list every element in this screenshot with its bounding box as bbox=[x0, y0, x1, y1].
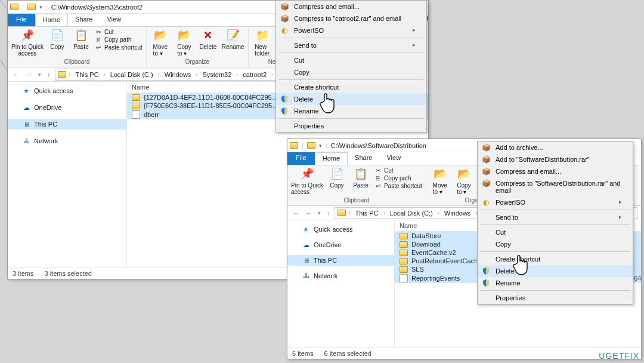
folder-icon bbox=[290, 142, 298, 149]
tab-share[interactable]: Share bbox=[68, 14, 100, 26]
col-name[interactable]: Name bbox=[127, 82, 276, 93]
nav-recent[interactable]: ▾ bbox=[316, 210, 323, 216]
nav-back[interactable]: ← bbox=[11, 71, 21, 78]
network-icon: 🖧 bbox=[302, 272, 310, 280]
ctx-create-shortcut[interactable]: Create shortcut bbox=[478, 253, 633, 265]
nav-fwd[interactable]: → bbox=[24, 71, 34, 78]
move-to-button[interactable]: 📂Move to ▾ bbox=[430, 167, 450, 195]
cloud-icon: ☁ bbox=[302, 241, 310, 249]
poweriso-icon: ◐ bbox=[280, 26, 289, 35]
ctx-cut[interactable]: Cut bbox=[478, 226, 633, 238]
status-selected: 3 items selected bbox=[44, 270, 91, 277]
nav-this-pc[interactable]: 🖥This PC bbox=[287, 255, 394, 266]
file-icon bbox=[400, 274, 408, 282]
ctx-compress-email[interactable]: 📦Compress and email... bbox=[478, 165, 633, 177]
tab-home[interactable]: Home bbox=[315, 152, 348, 165]
nav-pane: ★Quick access ☁OneDrive 🖥This PC 🖧Networ… bbox=[287, 220, 395, 347]
group-organize-label: Organize bbox=[150, 59, 244, 66]
ctx-send-to[interactable]: Send to▸ bbox=[478, 211, 633, 223]
tab-file[interactable]: File bbox=[287, 152, 315, 165]
copy-path-icon: ⎘ bbox=[374, 174, 382, 182]
nav-quick-access[interactable]: ★Quick access bbox=[8, 85, 126, 96]
nav-network[interactable]: 🖧Network bbox=[287, 270, 394, 281]
qab-chevron-icon[interactable]: ▾ bbox=[319, 143, 322, 149]
move-to-button[interactable]: 📂Move to ▾ bbox=[150, 28, 171, 57]
folder-icon bbox=[10, 4, 18, 10]
rename-button[interactable]: 📝Rename bbox=[222, 28, 244, 50]
ctx-compress-named-email[interactable]: 📦Compress to "catroot2.rar" and email bbox=[276, 13, 426, 24]
cut-icon: ✂ bbox=[374, 167, 382, 174]
ctx-copy[interactable]: Copy bbox=[478, 238, 633, 250]
copy-button[interactable]: 📄Copy bbox=[47, 28, 67, 50]
nav-onedrive[interactable]: ☁OneDrive bbox=[287, 239, 394, 250]
nav-recent[interactable]: ▾ bbox=[36, 72, 43, 78]
ctx-properties[interactable]: Properties bbox=[276, 120, 426, 132]
folder-icon bbox=[307, 142, 315, 149]
winrar-icon: 📦 bbox=[481, 155, 491, 164]
paste-button[interactable]: 📋Paste bbox=[71, 28, 91, 50]
nav-quick-access[interactable]: ★Quick access bbox=[287, 224, 394, 235]
file-icon bbox=[132, 110, 140, 119]
network-icon: 🖧 bbox=[22, 137, 30, 145]
paste-shortcut-button[interactable]: ↩Paste shortcut bbox=[374, 182, 422, 189]
pin-quick-access-button[interactable]: 📌Pin to Quick access bbox=[291, 167, 323, 195]
shield-icon bbox=[280, 106, 289, 116]
ctx-delete[interactable]: Delete bbox=[276, 93, 426, 105]
winrar-icon: 📦 bbox=[280, 2, 289, 11]
pin-quick-access-button[interactable]: 📌Pin to Quick access bbox=[11, 28, 44, 57]
tab-file[interactable]: File bbox=[8, 14, 35, 26]
ctx-create-shortcut[interactable]: Create shortcut bbox=[276, 81, 426, 93]
tab-home[interactable]: Home bbox=[35, 14, 68, 26]
winrar-icon: 📦 bbox=[481, 167, 491, 176]
ctx-delete[interactable]: Delete bbox=[478, 265, 633, 277]
copy-path-button[interactable]: ⎘Copy path bbox=[374, 174, 422, 182]
ctx-compress-email[interactable]: 📦Compress and email... bbox=[276, 1, 426, 13]
chevron-right-icon: ▸ bbox=[619, 214, 622, 221]
paste-button[interactable]: 📋Paste bbox=[351, 167, 371, 189]
ctx-rename[interactable]: Rename bbox=[478, 277, 633, 289]
nav-fwd[interactable]: → bbox=[304, 210, 314, 217]
nav-up[interactable]: ↑ bbox=[45, 71, 52, 78]
chevron-right-icon: ▸ bbox=[413, 42, 416, 49]
folder-icon bbox=[132, 94, 140, 101]
ctx-copy[interactable]: Copy bbox=[276, 66, 426, 78]
copy-button[interactable]: 📄Copy bbox=[327, 167, 347, 189]
folder-icon bbox=[400, 266, 408, 273]
tab-share[interactable]: Share bbox=[348, 152, 379, 165]
cut-button[interactable]: ✂Cut bbox=[95, 28, 143, 35]
nav-onedrive[interactable]: ☁OneDrive bbox=[8, 102, 126, 113]
shield-icon bbox=[481, 266, 491, 276]
ctx-properties[interactable]: Properties bbox=[478, 292, 633, 304]
group-clipboard-label: Clipboard bbox=[11, 59, 143, 66]
ctx-cut[interactable]: Cut bbox=[276, 54, 426, 66]
copy-to-button[interactable]: 📂Copy to ▾ bbox=[174, 28, 194, 57]
ctx-compress-named-email[interactable]: 📦Compress to "SoftwareDistribution.rar" … bbox=[478, 177, 633, 196]
cut-button[interactable]: ✂Cut bbox=[374, 167, 422, 174]
new-folder-button[interactable]: 📁New folder bbox=[252, 28, 273, 57]
ctx-add-archive[interactable]: 📦Add to archive... bbox=[478, 141, 633, 153]
copy-to-button[interactable]: 📂Copy to ▾ bbox=[454, 167, 474, 195]
pc-icon: 🖥 bbox=[22, 120, 30, 128]
delete-button[interactable]: ✕Delete bbox=[198, 28, 218, 50]
nav-up[interactable]: ↑ bbox=[325, 210, 332, 217]
ctx-send-to[interactable]: Send to▸ bbox=[276, 39, 426, 51]
tab-view[interactable]: View bbox=[379, 152, 408, 165]
chevron-right-icon: ▸ bbox=[413, 27, 416, 34]
ctx-poweriso[interactable]: ◐PowerISO▸ bbox=[276, 24, 426, 36]
folder-icon bbox=[338, 210, 346, 216]
copy-path-button[interactable]: ⎘Copy path bbox=[95, 36, 143, 43]
group-clipboard-label: Clipboard bbox=[291, 197, 422, 204]
paste-shortcut-button[interactable]: ↩Paste shortcut bbox=[95, 44, 143, 51]
ctx-rename[interactable]: Rename bbox=[276, 105, 426, 117]
qab-chevron-icon[interactable]: ▾ bbox=[39, 4, 42, 10]
nav-network[interactable]: 🖧Network bbox=[8, 136, 126, 146]
ctx-add-named[interactable]: 📦Add to "SoftwareDistribution.rar" bbox=[478, 153, 633, 165]
pc-icon: 🖥 bbox=[302, 256, 310, 264]
tab-view[interactable]: View bbox=[100, 14, 128, 26]
cloud-icon: ☁ bbox=[22, 103, 30, 112]
nav-this-pc[interactable]: 🖥This PC bbox=[8, 119, 126, 130]
star-icon: ★ bbox=[302, 225, 310, 233]
ctx-poweriso[interactable]: ◐PowerISO▸ bbox=[478, 196, 633, 208]
nav-back[interactable]: ← bbox=[291, 210, 301, 217]
folder-icon bbox=[27, 4, 36, 10]
